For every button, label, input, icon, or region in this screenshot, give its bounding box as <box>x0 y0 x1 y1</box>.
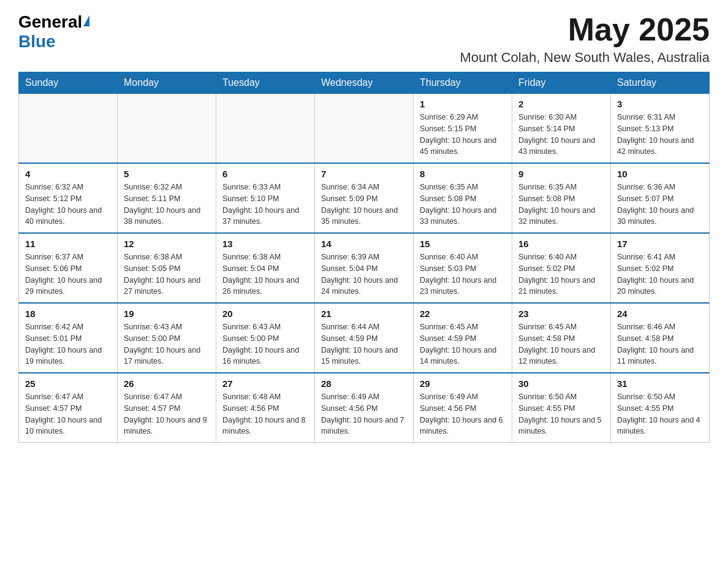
day-info: Sunrise: 6:30 AMSunset: 5:14 PMDaylight:… <box>518 112 604 158</box>
day-info: Sunrise: 6:49 AMSunset: 4:56 PMDaylight:… <box>420 391 506 437</box>
calendar-cell: 12Sunrise: 6:38 AMSunset: 5:05 PMDayligh… <box>118 233 216 303</box>
calendar-cell: 11Sunrise: 6:37 AMSunset: 5:06 PMDayligh… <box>19 233 118 303</box>
calendar-cell: 8Sunrise: 6:35 AMSunset: 5:08 PMDaylight… <box>414 163 512 233</box>
location-title: Mount Colah, New South Wales, Australia <box>460 50 710 66</box>
calendar-cell: 5Sunrise: 6:32 AMSunset: 5:11 PMDaylight… <box>118 163 216 233</box>
day-info: Sunrise: 6:44 AMSunset: 4:59 PMDaylight:… <box>321 321 407 367</box>
calendar-cell <box>216 94 315 164</box>
calendar-header-row: SundayMondayTuesdayWednesdayThursdayFrid… <box>19 72 710 94</box>
day-info: Sunrise: 6:43 AMSunset: 5:00 PMDaylight:… <box>222 321 308 367</box>
logo: General Blue <box>18 12 89 52</box>
calendar-cell: 17Sunrise: 6:41 AMSunset: 5:02 PMDayligh… <box>611 233 710 303</box>
day-info: Sunrise: 6:37 AMSunset: 5:06 PMDaylight:… <box>25 251 111 297</box>
day-number: 17 <box>617 239 703 249</box>
day-number: 26 <box>124 378 210 389</box>
calendar-cell: 16Sunrise: 6:40 AMSunset: 5:02 PMDayligh… <box>512 233 611 303</box>
day-number: 21 <box>321 308 407 319</box>
day-info: Sunrise: 6:36 AMSunset: 5:07 PMDaylight:… <box>617 182 703 228</box>
calendar-cell: 13Sunrise: 6:38 AMSunset: 5:04 PMDayligh… <box>216 233 315 303</box>
day-info: Sunrise: 6:32 AMSunset: 5:11 PMDaylight:… <box>124 182 210 228</box>
day-number: 5 <box>124 169 210 179</box>
calendar-cell: 14Sunrise: 6:39 AMSunset: 5:04 PMDayligh… <box>315 233 414 303</box>
calendar-header-saturday: Saturday <box>611 72 710 94</box>
calendar-cell: 19Sunrise: 6:43 AMSunset: 5:00 PMDayligh… <box>118 303 216 373</box>
day-info: Sunrise: 6:31 AMSunset: 5:13 PMDaylight:… <box>617 112 703 158</box>
calendar-week-row: 11Sunrise: 6:37 AMSunset: 5:06 PMDayligh… <box>19 233 710 303</box>
month-title: May 2025 <box>460 12 710 47</box>
calendar-cell: 4Sunrise: 6:32 AMSunset: 5:12 PMDaylight… <box>19 163 118 233</box>
day-number: 4 <box>25 169 111 179</box>
calendar-cell: 26Sunrise: 6:47 AMSunset: 4:57 PMDayligh… <box>118 373 216 443</box>
day-number: 9 <box>518 169 604 179</box>
day-number: 2 <box>518 99 604 109</box>
calendar-header-sunday: Sunday <box>19 72 118 94</box>
day-info: Sunrise: 6:45 AMSunset: 4:59 PMDaylight:… <box>420 321 506 367</box>
day-info: Sunrise: 6:41 AMSunset: 5:02 PMDaylight:… <box>617 251 703 297</box>
day-info: Sunrise: 6:47 AMSunset: 4:57 PMDaylight:… <box>25 391 111 437</box>
calendar-cell: 15Sunrise: 6:40 AMSunset: 5:03 PMDayligh… <box>414 233 512 303</box>
title-area: May 2025 Mount Colah, New South Wales, A… <box>460 12 710 66</box>
day-number: 19 <box>124 308 210 319</box>
day-number: 27 <box>222 378 308 389</box>
day-number: 25 <box>25 378 111 389</box>
day-number: 18 <box>25 308 111 319</box>
day-number: 1 <box>420 99 506 109</box>
day-number: 30 <box>518 378 604 389</box>
day-info: Sunrise: 6:29 AMSunset: 5:15 PMDaylight:… <box>420 112 506 158</box>
day-info: Sunrise: 6:45 AMSunset: 4:58 PMDaylight:… <box>518 321 604 367</box>
logo-blue-part <box>82 15 89 29</box>
day-info: Sunrise: 6:49 AMSunset: 4:56 PMDaylight:… <box>321 391 407 437</box>
day-info: Sunrise: 6:46 AMSunset: 4:58 PMDaylight:… <box>617 321 703 367</box>
calendar-cell: 27Sunrise: 6:48 AMSunset: 4:56 PMDayligh… <box>216 373 315 443</box>
day-info: Sunrise: 6:50 AMSunset: 4:55 PMDaylight:… <box>617 391 703 437</box>
day-info: Sunrise: 6:39 AMSunset: 5:04 PMDaylight:… <box>321 251 407 297</box>
calendar-header-thursday: Thursday <box>414 72 512 94</box>
day-info: Sunrise: 6:47 AMSunset: 4:57 PMDaylight:… <box>124 391 210 437</box>
day-info: Sunrise: 6:35 AMSunset: 5:08 PMDaylight:… <box>420 182 506 228</box>
day-info: Sunrise: 6:43 AMSunset: 5:00 PMDaylight:… <box>124 321 210 367</box>
day-info: Sunrise: 6:35 AMSunset: 5:08 PMDaylight:… <box>518 182 604 228</box>
calendar-week-row: 18Sunrise: 6:42 AMSunset: 5:01 PMDayligh… <box>19 303 710 373</box>
calendar-week-row: 4Sunrise: 6:32 AMSunset: 5:12 PMDaylight… <box>19 163 710 233</box>
day-number: 7 <box>321 169 407 179</box>
calendar-cell: 25Sunrise: 6:47 AMSunset: 4:57 PMDayligh… <box>19 373 118 443</box>
calendar-cell: 21Sunrise: 6:44 AMSunset: 4:59 PMDayligh… <box>315 303 414 373</box>
logo-triangle-icon <box>83 15 89 26</box>
calendar-cell: 6Sunrise: 6:33 AMSunset: 5:10 PMDaylight… <box>216 163 315 233</box>
day-number: 31 <box>617 378 703 389</box>
calendar-cell: 20Sunrise: 6:43 AMSunset: 5:00 PMDayligh… <box>216 303 315 373</box>
day-info: Sunrise: 6:40 AMSunset: 5:02 PMDaylight:… <box>518 251 604 297</box>
calendar-cell: 28Sunrise: 6:49 AMSunset: 4:56 PMDayligh… <box>315 373 414 443</box>
calendar-cell <box>19 94 118 164</box>
calendar-cell: 23Sunrise: 6:45 AMSunset: 4:58 PMDayligh… <box>512 303 611 373</box>
calendar-cell: 29Sunrise: 6:49 AMSunset: 4:56 PMDayligh… <box>414 373 512 443</box>
day-number: 24 <box>617 308 703 319</box>
day-number: 8 <box>420 169 506 179</box>
logo-blue-text: Blue <box>18 32 56 52</box>
day-info: Sunrise: 6:34 AMSunset: 5:09 PMDaylight:… <box>321 182 407 228</box>
calendar-cell: 9Sunrise: 6:35 AMSunset: 5:08 PMDaylight… <box>512 163 611 233</box>
day-number: 14 <box>321 239 407 249</box>
calendar-cell: 22Sunrise: 6:45 AMSunset: 4:59 PMDayligh… <box>414 303 512 373</box>
day-number: 16 <box>518 239 604 249</box>
calendar: SundayMondayTuesdayWednesdayThursdayFrid… <box>18 72 710 443</box>
calendar-cell: 7Sunrise: 6:34 AMSunset: 5:09 PMDaylight… <box>315 163 414 233</box>
day-number: 13 <box>222 239 308 249</box>
day-info: Sunrise: 6:38 AMSunset: 5:04 PMDaylight:… <box>222 251 308 297</box>
day-number: 11 <box>25 239 111 249</box>
calendar-cell: 1Sunrise: 6:29 AMSunset: 5:15 PMDaylight… <box>414 94 512 164</box>
day-info: Sunrise: 6:32 AMSunset: 5:12 PMDaylight:… <box>25 182 111 228</box>
day-number: 28 <box>321 378 407 389</box>
day-info: Sunrise: 6:48 AMSunset: 4:56 PMDaylight:… <box>222 391 308 437</box>
header: General Blue May 2025 Mount Colah, New S… <box>18 12 710 66</box>
calendar-cell: 2Sunrise: 6:30 AMSunset: 5:14 PMDaylight… <box>512 94 611 164</box>
day-info: Sunrise: 6:42 AMSunset: 5:01 PMDaylight:… <box>25 321 111 367</box>
calendar-cell: 30Sunrise: 6:50 AMSunset: 4:55 PMDayligh… <box>512 373 611 443</box>
calendar-cell: 18Sunrise: 6:42 AMSunset: 5:01 PMDayligh… <box>19 303 118 373</box>
calendar-cell: 10Sunrise: 6:36 AMSunset: 5:07 PMDayligh… <box>611 163 710 233</box>
calendar-week-row: 1Sunrise: 6:29 AMSunset: 5:15 PMDaylight… <box>19 94 710 164</box>
calendar-cell: 3Sunrise: 6:31 AMSunset: 5:13 PMDaylight… <box>611 94 710 164</box>
calendar-cell <box>118 94 216 164</box>
day-number: 20 <box>222 308 308 319</box>
calendar-week-row: 25Sunrise: 6:47 AMSunset: 4:57 PMDayligh… <box>19 373 710 443</box>
